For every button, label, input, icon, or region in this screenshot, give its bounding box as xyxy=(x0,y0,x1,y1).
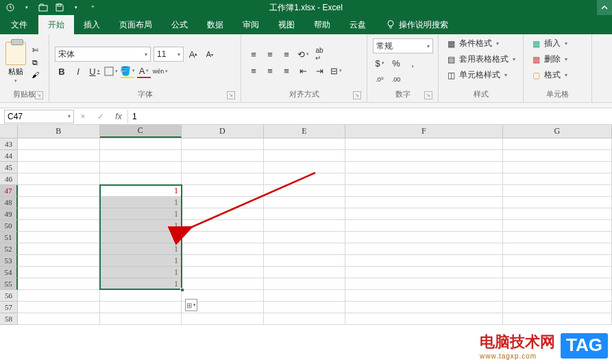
col-header-C[interactable]: C xyxy=(100,125,182,138)
col-header-B[interactable]: B xyxy=(18,125,100,138)
increase-indent-icon[interactable]: ⇥ xyxy=(313,64,326,77)
tab-formulas[interactable]: 公式 xyxy=(162,15,197,34)
cell[interactable] xyxy=(182,232,264,243)
row-header[interactable]: 57 xyxy=(0,302,18,313)
wrap-text-icon[interactable]: ab↵ xyxy=(313,47,326,61)
cell[interactable] xyxy=(503,290,612,302)
cell-C54[interactable]: 1 xyxy=(100,267,182,278)
cell[interactable] xyxy=(503,220,612,232)
cell[interactable] xyxy=(264,278,346,290)
cell[interactable] xyxy=(503,267,612,278)
cell-C55[interactable]: 1 xyxy=(100,278,182,290)
cell[interactable] xyxy=(182,162,264,173)
orientation-icon[interactable]: ⟲ xyxy=(296,47,310,61)
tell-me-search[interactable]: 操作说明搜索 xyxy=(376,15,458,34)
cell[interactable] xyxy=(264,302,346,313)
row-header[interactable]: 47 xyxy=(0,185,18,197)
align-bottom-icon[interactable]: ≡ xyxy=(280,47,293,61)
cell[interactable] xyxy=(503,313,612,325)
row-header[interactable]: 55 xyxy=(0,278,18,290)
cell[interactable] xyxy=(100,138,182,150)
format-cells-button[interactable]: ▢ 格式▾ xyxy=(529,69,586,82)
cell[interactable] xyxy=(18,162,100,173)
row-header[interactable]: 50 xyxy=(0,220,18,232)
row-header[interactable]: 58 xyxy=(0,313,18,325)
cell[interactable] xyxy=(345,197,502,208)
cell[interactable] xyxy=(18,185,100,197)
row-header[interactable]: 43 xyxy=(0,138,18,150)
select-all-corner[interactable] xyxy=(0,125,18,138)
cell[interactable] xyxy=(182,220,264,232)
fill-handle[interactable] xyxy=(180,288,184,292)
cell[interactable] xyxy=(18,208,100,220)
tab-help[interactable]: 帮助 xyxy=(304,15,340,34)
paste-icon[interactable] xyxy=(5,42,26,65)
fill-color-button[interactable]: 🪣 xyxy=(121,64,134,78)
cell[interactable] xyxy=(18,290,100,302)
cell[interactable] xyxy=(503,255,612,267)
cell[interactable] xyxy=(503,173,612,185)
alignment-dialog-launcher[interactable]: ↘ xyxy=(353,91,361,99)
cell[interactable] xyxy=(100,150,182,162)
tab-file[interactable]: 文件 xyxy=(0,15,38,34)
cell[interactable] xyxy=(345,290,502,302)
col-header-F[interactable]: F xyxy=(345,125,502,138)
format-painter-icon[interactable]: 🖌 xyxy=(29,69,41,80)
comma-style-button[interactable]: , xyxy=(406,56,419,70)
cell[interactable] xyxy=(345,243,502,255)
row-header[interactable]: 49 xyxy=(0,208,18,220)
cell[interactable] xyxy=(503,185,612,197)
tab-cloud[interactable]: 云盘 xyxy=(340,15,376,34)
increase-font-icon[interactable]: A▴ xyxy=(186,47,200,61)
ribbon-collapse-bar[interactable] xyxy=(0,103,612,108)
tab-home[interactable]: 开始 xyxy=(38,15,74,34)
cell[interactable] xyxy=(264,150,346,162)
row-header[interactable]: 52 xyxy=(0,243,18,255)
cell-C49[interactable]: 1 xyxy=(100,208,182,220)
align-center-icon[interactable]: ≡ xyxy=(263,64,277,77)
cell[interactable] xyxy=(345,173,502,185)
cell-C48[interactable]: 1 xyxy=(100,197,182,208)
chevron-down-icon[interactable]: ▾ xyxy=(71,3,81,12)
col-header-G[interactable]: G xyxy=(503,125,612,138)
row-header[interactable]: 54 xyxy=(0,267,18,278)
cell[interactable] xyxy=(503,162,612,173)
cell[interactable] xyxy=(182,173,264,185)
number-dialog-launcher[interactable]: ↘ xyxy=(424,91,432,99)
tab-insert[interactable]: 插入 xyxy=(74,15,110,34)
italic-button[interactable]: I xyxy=(71,64,85,78)
col-header-E[interactable]: E xyxy=(264,125,346,138)
font-dialog-launcher[interactable]: ↘ xyxy=(227,91,235,99)
cell[interactable] xyxy=(264,267,346,278)
cell[interactable] xyxy=(345,185,502,197)
tab-review[interactable]: 审阅 xyxy=(233,15,269,34)
cell[interactable] xyxy=(100,302,182,313)
cell[interactable] xyxy=(345,208,502,220)
cell[interactable] xyxy=(503,278,612,290)
cell[interactable] xyxy=(182,255,264,267)
cell[interactable] xyxy=(503,232,612,243)
cell[interactable] xyxy=(503,138,612,150)
cell[interactable] xyxy=(100,173,182,185)
cell[interactable] xyxy=(18,138,100,150)
cell[interactable] xyxy=(18,197,100,208)
font-size-combo[interactable]: 11▾ xyxy=(154,47,184,62)
cell[interactable] xyxy=(100,290,182,302)
tab-page-layout[interactable]: 页面布局 xyxy=(110,15,162,34)
history-icon[interactable] xyxy=(5,3,15,12)
cell-C47[interactable]: 1 xyxy=(100,185,182,197)
paste-button[interactable]: 粘贴 xyxy=(8,66,23,77)
table-format-button[interactable]: ▤ 套用表格格式▾ xyxy=(444,53,517,66)
save-icon[interactable] xyxy=(55,3,64,12)
cell[interactable] xyxy=(264,232,346,243)
underline-button[interactable]: U xyxy=(88,64,101,78)
worksheet-grid[interactable]: B C D E F G 43 44 45 46 471 481 491 501 … xyxy=(0,125,612,364)
cell-C52[interactable]: 1 xyxy=(100,243,182,255)
col-header-D[interactable]: D xyxy=(182,125,264,138)
cell[interactable] xyxy=(345,302,502,313)
open-icon[interactable] xyxy=(38,3,48,12)
border-button[interactable] xyxy=(104,64,118,78)
merge-center-button[interactable]: ⊟ xyxy=(329,64,343,77)
fx-button[interactable]: fx xyxy=(110,110,127,123)
percent-button[interactable]: % xyxy=(389,56,403,70)
